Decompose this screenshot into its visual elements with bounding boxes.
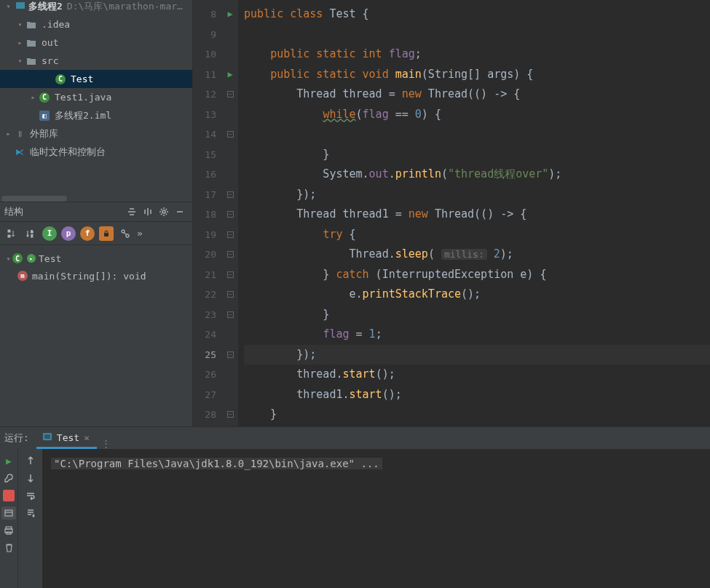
tree-item--[interactable]: ⧔临时文件和控制台 [0, 143, 192, 161]
fold-icon[interactable] [227, 91, 234, 98]
line-number[interactable]: 26 [193, 365, 216, 385]
caret-icon[interactable]: ▸ [4, 130, 12, 138]
tree-item-src[interactable]: ▾src [0, 52, 192, 70]
tree-item-test[interactable]: CTest [0, 70, 192, 88]
code-line[interactable]: Thread.sleep( millis: 2); [244, 245, 710, 265]
printer-icon[interactable] [1, 523, 16, 538]
fold-icon[interactable] [227, 411, 234, 418]
line-number[interactable]: 25 [193, 345, 216, 365]
gutter-icons[interactable]: ▶▶ [222, 0, 238, 426]
line-number[interactable]: 11 [193, 65, 216, 85]
up-arrow-icon[interactable] [23, 453, 38, 468]
code-line[interactable]: thread1.start(); [244, 385, 710, 405]
wrench-icon[interactable] [1, 471, 16, 485]
code-line[interactable]: Thread thread = new Thread(() -> { [244, 84, 710, 105]
caret-icon[interactable] [4, 148, 12, 156]
line-number[interactable]: 17 [193, 185, 216, 205]
rerun-icon[interactable]: ▶ [1, 453, 16, 468]
layout-icon[interactable] [1, 506, 16, 520]
line-number-gutter[interactable]: 8910111213141516171819202122232425262728 [193, 0, 222, 426]
close-icon[interactable]: × [84, 432, 90, 443]
run-gutter-icon[interactable]: ▶ [227, 4, 232, 25]
code-line[interactable]: try { [244, 225, 710, 245]
caret-icon[interactable]: ▸ [16, 39, 24, 47]
sort-visibility-icon[interactable] [4, 226, 19, 241]
fold-icon[interactable] [227, 351, 234, 358]
line-number[interactable]: 27 [193, 385, 216, 405]
line-number[interactable]: 16 [193, 164, 216, 185]
code-line[interactable] [244, 25, 710, 45]
caret-icon[interactable]: ▾ [4, 255, 12, 263]
line-number[interactable]: 21 [193, 265, 216, 285]
line-number[interactable]: 23 [193, 305, 216, 325]
line-number[interactable]: 14 [193, 124, 216, 145]
code-line[interactable]: } [244, 305, 710, 325]
code-line[interactable]: thread.start(); [244, 365, 710, 385]
run-output[interactable]: "C:\Program Files\Java\jdk1.8.0_192\bin\… [42, 449, 710, 588]
tree-item--idea[interactable]: ▾.idea [0, 15, 192, 33]
code-line[interactable]: System.out.println("thread线程over"); [244, 164, 710, 185]
minimize-icon[interactable] [172, 204, 188, 220]
filter-inherited-icon[interactable] [118, 226, 133, 241]
stop-icon[interactable] [1, 488, 16, 503]
code-line[interactable]: } [244, 405, 710, 425]
caret-icon[interactable]: ▾ [16, 57, 24, 65]
tree-item-out[interactable]: ▸out [0, 33, 192, 52]
tree-item--[interactable]: ▸⫴外部库 [0, 124, 192, 143]
scroll-to-end-icon[interactable] [23, 506, 38, 520]
structure-item[interactable]: ▾C▸Test [0, 250, 192, 267]
line-number[interactable]: 20 [193, 245, 216, 265]
code-area[interactable]: public class Test { public static int fl… [238, 0, 710, 426]
fold-icon[interactable] [227, 251, 234, 258]
code-line[interactable]: public static void main(String[] args) { [244, 65, 710, 85]
line-number[interactable]: 13 [193, 105, 216, 125]
tree-item--2-iml[interactable]: ◧多线程2.iml [0, 106, 192, 124]
code-line[interactable]: flag = 1; [244, 325, 710, 345]
fold-icon[interactable] [227, 271, 234, 278]
line-number[interactable]: 10 [193, 44, 216, 65]
structure-tree[interactable]: ▾C▸Testmmain(String[]): void [0, 245, 192, 426]
code-line[interactable]: } [244, 145, 710, 165]
fold-icon[interactable] [227, 211, 234, 218]
code-line[interactable]: } catch (InterruptedException e) { [244, 265, 710, 285]
filter-properties-icon[interactable]: p [61, 226, 76, 241]
code-line[interactable]: public class Test { [244, 4, 710, 25]
drag-handle-icon[interactable]: ⋮ [101, 438, 111, 449]
line-number[interactable]: 28 [193, 405, 216, 425]
run-tab-test[interactable]: Test × [36, 429, 97, 449]
line-number[interactable]: 15 [193, 145, 216, 165]
fold-icon[interactable] [227, 131, 234, 138]
line-number[interactable]: 8 [193, 4, 216, 25]
tree-item-test1-java[interactable]: ▸CTest1.java [0, 88, 192, 106]
line-number[interactable]: 12 [193, 84, 216, 105]
code-line[interactable]: while(flag == 0) { [244, 105, 710, 125]
gear-icon[interactable] [156, 204, 172, 220]
run-gutter-icon[interactable]: ▸ [27, 254, 36, 263]
filter-interfaces-icon[interactable]: I [42, 226, 57, 241]
sort-alpha-icon[interactable]: az [23, 226, 38, 241]
project-tree[interactable]: ▾.idea▸out▾src CTest▸CTest1.java ◧多线程2.i… [0, 12, 192, 194]
fold-icon[interactable] [227, 291, 234, 298]
caret-icon[interactable]: ▾ [16, 20, 24, 28]
collapse-icon[interactable] [140, 204, 156, 220]
filter-nonpublic-icon[interactable] [99, 226, 114, 241]
chevron-down-icon[interactable]: ▾ [4, 2, 12, 10]
filter-fields-icon[interactable]: f [80, 226, 95, 241]
code-line[interactable]: }); [244, 345, 710, 365]
caret-icon[interactable]: ▸ [29, 93, 37, 101]
more-icon[interactable]: » [137, 228, 143, 239]
caret-icon[interactable] [29, 111, 37, 119]
code-line[interactable]: public static int flag; [244, 44, 710, 65]
run-gutter-icon[interactable]: ▶ [227, 65, 232, 85]
fold-icon[interactable] [227, 231, 234, 238]
line-number[interactable]: 9 [193, 25, 216, 45]
line-number[interactable]: 19 [193, 225, 216, 245]
structure-item[interactable]: mmain(String[]): void [0, 267, 192, 285]
fold-icon[interactable] [227, 311, 234, 318]
line-number[interactable]: 24 [193, 325, 216, 345]
code-line[interactable]: e.printStackTrace(); [244, 285, 710, 305]
caret-icon[interactable] [45, 75, 53, 83]
code-line[interactable]: }); [244, 185, 710, 205]
line-number[interactable]: 22 [193, 285, 216, 305]
soft-wrap-icon[interactable] [23, 488, 38, 503]
